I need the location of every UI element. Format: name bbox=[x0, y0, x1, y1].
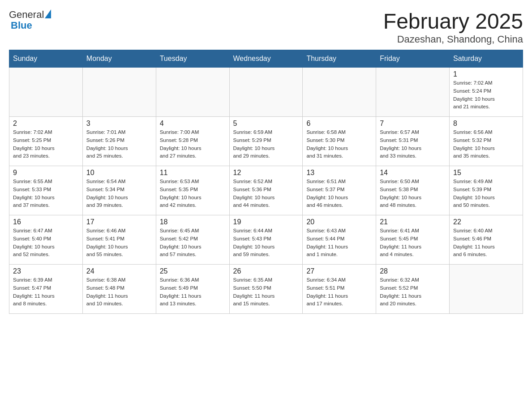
day-number: 8 bbox=[453, 120, 519, 128]
day-number: 6 bbox=[306, 120, 372, 128]
logo-blue-text: Blue bbox=[11, 20, 32, 31]
logo-triangle-icon bbox=[45, 9, 51, 18]
header-thursday: Thursday bbox=[303, 50, 376, 68]
table-row: 18Sunrise: 6:45 AMSunset: 5:42 PMDayligh… bbox=[156, 215, 229, 265]
day-info: Sunrise: 6:54 AMSunset: 5:34 PMDaylight:… bbox=[86, 178, 152, 210]
table-row: 20Sunrise: 6:43 AMSunset: 5:44 PMDayligh… bbox=[303, 215, 376, 265]
table-row: 4Sunrise: 7:00 AMSunset: 5:28 PMDaylight… bbox=[156, 117, 229, 166]
day-info: Sunrise: 6:34 AMSunset: 5:51 PMDaylight:… bbox=[306, 276, 372, 308]
table-row: 12Sunrise: 6:52 AMSunset: 5:36 PMDayligh… bbox=[229, 166, 303, 215]
day-info: Sunrise: 7:01 AMSunset: 5:26 PMDaylight:… bbox=[86, 128, 152, 160]
day-info: Sunrise: 6:57 AMSunset: 5:31 PMDaylight:… bbox=[380, 128, 446, 160]
day-number: 25 bbox=[160, 267, 226, 275]
logo: General Blue bbox=[9, 9, 51, 31]
day-info: Sunrise: 7:02 AMSunset: 5:25 PMDaylight:… bbox=[13, 128, 79, 160]
day-info: Sunrise: 6:52 AMSunset: 5:36 PMDaylight:… bbox=[233, 178, 299, 210]
table-row: 10Sunrise: 6:54 AMSunset: 5:34 PMDayligh… bbox=[82, 166, 156, 215]
table-row: 8Sunrise: 6:56 AMSunset: 5:32 PMDaylight… bbox=[450, 117, 523, 166]
day-number: 27 bbox=[306, 267, 372, 275]
header-friday: Friday bbox=[376, 50, 450, 68]
calendar-week-row: 9Sunrise: 6:55 AMSunset: 5:33 PMDaylight… bbox=[9, 166, 523, 215]
header-wednesday: Wednesday bbox=[229, 50, 303, 68]
day-number: 14 bbox=[380, 169, 446, 177]
table-row: 27Sunrise: 6:34 AMSunset: 5:51 PMDayligh… bbox=[303, 265, 376, 314]
day-info: Sunrise: 6:41 AMSunset: 5:45 PMDaylight:… bbox=[380, 227, 446, 259]
day-number: 20 bbox=[306, 218, 372, 226]
day-number: 5 bbox=[233, 120, 299, 128]
day-info: Sunrise: 7:00 AMSunset: 5:28 PMDaylight:… bbox=[160, 128, 226, 160]
calendar-week-row: 2Sunrise: 7:02 AMSunset: 5:25 PMDaylight… bbox=[9, 117, 523, 166]
day-info: Sunrise: 6:40 AMSunset: 5:46 PMDaylight:… bbox=[453, 227, 519, 259]
day-number: 2 bbox=[13, 120, 79, 128]
day-info: Sunrise: 6:49 AMSunset: 5:39 PMDaylight:… bbox=[453, 178, 519, 210]
table-row: 24Sunrise: 6:38 AMSunset: 5:48 PMDayligh… bbox=[82, 265, 156, 314]
day-info: Sunrise: 6:43 AMSunset: 5:44 PMDaylight:… bbox=[306, 227, 372, 259]
day-number: 10 bbox=[86, 169, 152, 177]
day-number: 7 bbox=[380, 120, 446, 128]
table-row: 14Sunrise: 6:50 AMSunset: 5:38 PMDayligh… bbox=[376, 166, 450, 215]
header-tuesday: Tuesday bbox=[156, 50, 229, 68]
table-row: 16Sunrise: 6:47 AMSunset: 5:40 PMDayligh… bbox=[9, 215, 83, 265]
day-info: Sunrise: 6:39 AMSunset: 5:47 PMDaylight:… bbox=[13, 276, 79, 308]
page-header: General Blue February 2025 Dazeshan, Sha… bbox=[9, 9, 523, 45]
table-row: 5Sunrise: 6:59 AMSunset: 5:29 PMDaylight… bbox=[229, 117, 303, 166]
table-row: 1Sunrise: 7:02 AMSunset: 5:24 PMDaylight… bbox=[450, 68, 523, 117]
day-number: 1 bbox=[453, 70, 519, 78]
day-info: Sunrise: 6:55 AMSunset: 5:33 PMDaylight:… bbox=[13, 178, 79, 210]
day-number: 4 bbox=[160, 120, 226, 128]
calendar-subtitle: Dazeshan, Shandong, China bbox=[383, 34, 523, 45]
day-number: 12 bbox=[233, 169, 299, 177]
table-row: 23Sunrise: 6:39 AMSunset: 5:47 PMDayligh… bbox=[9, 265, 83, 314]
day-info: Sunrise: 7:02 AMSunset: 5:24 PMDaylight:… bbox=[453, 79, 519, 111]
table-row: 22Sunrise: 6:40 AMSunset: 5:46 PMDayligh… bbox=[450, 215, 523, 265]
day-number: 13 bbox=[306, 169, 372, 177]
day-number: 15 bbox=[453, 169, 519, 177]
table-row: 7Sunrise: 6:57 AMSunset: 5:31 PMDaylight… bbox=[376, 117, 450, 166]
day-info: Sunrise: 6:32 AMSunset: 5:52 PMDaylight:… bbox=[380, 276, 446, 308]
day-info: Sunrise: 6:35 AMSunset: 5:50 PMDaylight:… bbox=[233, 276, 299, 308]
table-row: 26Sunrise: 6:35 AMSunset: 5:50 PMDayligh… bbox=[229, 265, 303, 314]
day-info: Sunrise: 6:58 AMSunset: 5:30 PMDaylight:… bbox=[306, 128, 372, 160]
table-row bbox=[229, 68, 303, 117]
day-info: Sunrise: 6:44 AMSunset: 5:43 PMDaylight:… bbox=[233, 227, 299, 259]
day-info: Sunrise: 6:53 AMSunset: 5:35 PMDaylight:… bbox=[160, 178, 226, 210]
day-info: Sunrise: 6:50 AMSunset: 5:38 PMDaylight:… bbox=[380, 178, 446, 210]
calendar-week-row: 16Sunrise: 6:47 AMSunset: 5:40 PMDayligh… bbox=[9, 215, 523, 265]
table-row: 3Sunrise: 7:01 AMSunset: 5:26 PMDaylight… bbox=[82, 117, 156, 166]
day-info: Sunrise: 6:59 AMSunset: 5:29 PMDaylight:… bbox=[233, 128, 299, 160]
day-number: 18 bbox=[160, 218, 226, 226]
table-row: 9Sunrise: 6:55 AMSunset: 5:33 PMDaylight… bbox=[9, 166, 83, 215]
calendar-title: February 2025 bbox=[383, 9, 523, 34]
table-row: 17Sunrise: 6:46 AMSunset: 5:41 PMDayligh… bbox=[82, 215, 156, 265]
day-number: 11 bbox=[160, 169, 226, 177]
table-row: 15Sunrise: 6:49 AMSunset: 5:39 PMDayligh… bbox=[450, 166, 523, 215]
day-number: 22 bbox=[453, 218, 519, 226]
day-info: Sunrise: 6:47 AMSunset: 5:40 PMDaylight:… bbox=[13, 227, 79, 259]
table-row: 19Sunrise: 6:44 AMSunset: 5:43 PMDayligh… bbox=[229, 215, 303, 265]
header-saturday: Saturday bbox=[450, 50, 523, 68]
table-row: 2Sunrise: 7:02 AMSunset: 5:25 PMDaylight… bbox=[9, 117, 83, 166]
day-number: 9 bbox=[13, 169, 79, 177]
table-row bbox=[376, 68, 450, 117]
table-row bbox=[303, 68, 376, 117]
day-number: 26 bbox=[233, 267, 299, 275]
logo-general-text: General bbox=[9, 9, 44, 21]
table-row: 6Sunrise: 6:58 AMSunset: 5:30 PMDaylight… bbox=[303, 117, 376, 166]
day-info: Sunrise: 6:56 AMSunset: 5:32 PMDaylight:… bbox=[453, 128, 519, 160]
day-number: 23 bbox=[13, 267, 79, 275]
table-row bbox=[156, 68, 229, 117]
day-number: 28 bbox=[380, 267, 446, 275]
day-info: Sunrise: 6:36 AMSunset: 5:49 PMDaylight:… bbox=[160, 276, 226, 308]
header-monday: Monday bbox=[82, 50, 156, 68]
table-row: 21Sunrise: 6:41 AMSunset: 5:45 PMDayligh… bbox=[376, 215, 450, 265]
day-number: 3 bbox=[86, 120, 152, 128]
header-sunday: Sunday bbox=[9, 50, 83, 68]
calendar-table: Sunday Monday Tuesday Wednesday Thursday… bbox=[9, 50, 523, 314]
table-row bbox=[82, 68, 156, 117]
table-row: 25Sunrise: 6:36 AMSunset: 5:49 PMDayligh… bbox=[156, 265, 229, 314]
table-row: 13Sunrise: 6:51 AMSunset: 5:37 PMDayligh… bbox=[303, 166, 376, 215]
table-row bbox=[9, 68, 83, 117]
day-number: 17 bbox=[86, 218, 152, 226]
table-row: 11Sunrise: 6:53 AMSunset: 5:35 PMDayligh… bbox=[156, 166, 229, 215]
day-info: Sunrise: 6:46 AMSunset: 5:41 PMDaylight:… bbox=[86, 227, 152, 259]
